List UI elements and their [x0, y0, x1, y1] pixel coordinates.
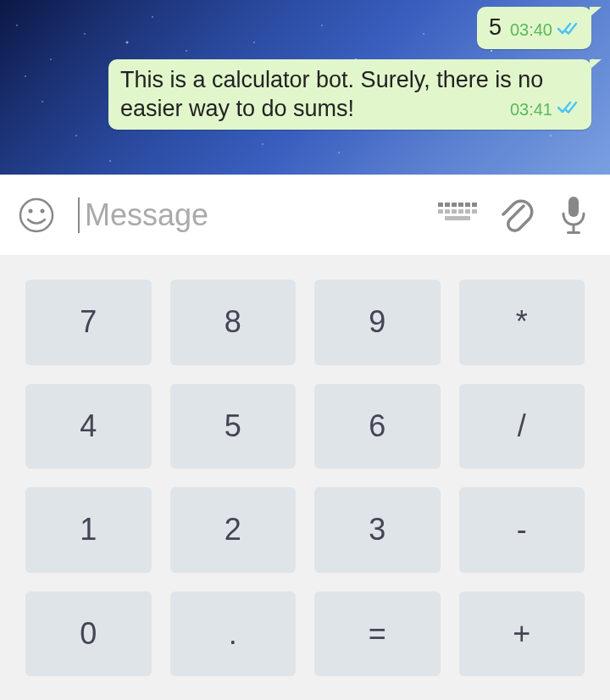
key-3[interactable]: 3 [314, 487, 441, 573]
svg-rect-5 [452, 203, 457, 207]
message-input[interactable]: Message [78, 197, 422, 233]
svg-rect-4 [445, 203, 450, 207]
key-0[interactable]: 0 [25, 592, 152, 677]
svg-point-1 [29, 208, 33, 213]
chat-background: 5 03:40 This is a calculator bot. Surely… [0, 0, 610, 175]
key-9[interactable]: 9 [314, 280, 441, 365]
svg-rect-6 [458, 203, 463, 207]
svg-rect-12 [458, 209, 463, 214]
message-text: This is a calculator bot. Surely, there … [120, 67, 543, 121]
keyboard-icon[interactable] [437, 194, 480, 236]
svg-rect-16 [568, 197, 579, 217]
message-meta: 03:41 [510, 100, 581, 119]
message-time: 03:40 [510, 20, 552, 40]
key-equals[interactable]: = [314, 592, 441, 677]
svg-rect-17 [573, 225, 575, 231]
svg-point-0 [20, 199, 53, 231]
message-bubble[interactable]: This is a calculator bot. Surely, there … [108, 59, 591, 131]
key-5[interactable]: 5 [170, 384, 297, 469]
key-1[interactable]: 1 [25, 487, 152, 573]
svg-rect-11 [452, 209, 457, 214]
key-dot[interactable]: . [170, 592, 297, 677]
svg-rect-8 [472, 203, 477, 207]
read-ticks-icon [557, 100, 581, 119]
calculator-keyboard: 7 8 9 * 4 5 6 / 1 2 3 - 0 . = + [0, 256, 610, 700]
message-time: 03:41 [510, 100, 552, 119]
svg-point-2 [41, 208, 45, 213]
svg-rect-14 [472, 209, 477, 214]
message-bubble[interactable]: 5 03:40 [477, 7, 591, 49]
key-7[interactable]: 7 [25, 280, 152, 365]
svg-rect-18 [567, 231, 580, 234]
key-divide[interactable]: / [459, 384, 585, 469]
message-input-bar: Message [0, 175, 610, 256]
key-2[interactable]: 2 [170, 487, 297, 573]
svg-rect-7 [465, 203, 470, 207]
message-text: 5 [489, 14, 502, 40]
key-6[interactable]: 6 [314, 384, 441, 469]
svg-rect-3 [438, 203, 443, 207]
key-4[interactable]: 4 [25, 384, 152, 469]
svg-rect-13 [465, 209, 470, 214]
key-multiply[interactable]: * [459, 280, 585, 365]
key-minus[interactable]: - [459, 487, 585, 573]
emoji-icon[interactable] [15, 194, 58, 236]
attach-icon[interactable] [495, 194, 537, 236]
key-8[interactable]: 8 [170, 280, 297, 365]
mic-icon[interactable] [552, 194, 595, 236]
read-ticks-icon [557, 21, 581, 40]
message-meta: 03:40 [510, 20, 581, 40]
key-plus[interactable]: + [459, 592, 585, 677]
svg-rect-10 [445, 209, 450, 214]
svg-rect-15 [445, 216, 470, 220]
svg-rect-9 [438, 209, 443, 214]
